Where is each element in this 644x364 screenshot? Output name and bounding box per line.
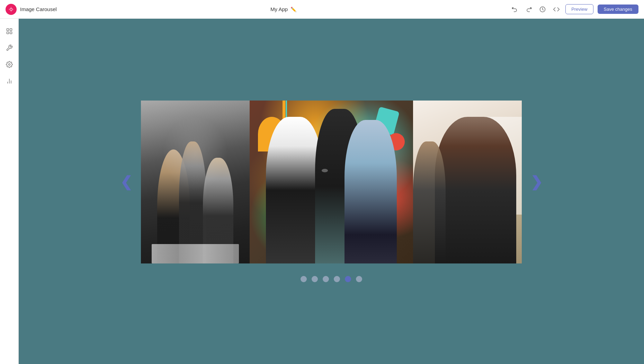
carousel-dot-1[interactable] (312, 276, 318, 282)
main-canvas: ❮ (19, 19, 644, 364)
carousel-image-right-bg (413, 101, 522, 263)
carousel-image-right (413, 101, 522, 263)
carousel-image-left (141, 101, 250, 263)
carousel-dots (301, 276, 362, 282)
carousel-prev-button[interactable]: ❮ (120, 175, 132, 189)
sidebar-item-tools[interactable] (2, 41, 16, 55)
carousel-image-center-bg (250, 101, 413, 263)
edit-app-name-icon[interactable]: ✏️ (290, 7, 296, 12)
carousel-image-strip: ❮ (141, 101, 522, 263)
sidebar-item-dashboard[interactable] (2, 24, 16, 38)
center-person-right (345, 120, 397, 263)
svg-rect-5 (10, 32, 12, 34)
carousel-dot-5[interactable] (356, 276, 362, 282)
undo-button[interactable] (510, 5, 520, 14)
carousel-dot-3[interactable] (334, 276, 340, 282)
carousel-wrapper: ❮ (141, 101, 522, 282)
my-app-label: My App (270, 6, 288, 12)
svg-point-6 (8, 64, 10, 66)
sidebar-item-analytics[interactable] (2, 74, 16, 88)
history-button[interactable] (538, 5, 547, 14)
svg-point-0 (10, 8, 12, 10)
preview-button[interactable]: Preview (565, 4, 593, 14)
svg-rect-4 (7, 32, 9, 34)
carousel-dot-2[interactable] (323, 276, 329, 282)
carousel-image-left-bg (141, 101, 250, 263)
logo-icon (6, 4, 17, 15)
topbar: Image Carousel My App ✏️ Preview Save ch… (0, 0, 644, 19)
carousel-dot-0[interactable] (301, 276, 307, 282)
sidebar-item-settings[interactable] (2, 58, 16, 71)
right-person (435, 117, 517, 263)
carousel-images (141, 101, 522, 263)
logo-area: Image Carousel (6, 4, 57, 15)
save-changes-button[interactable]: Save changes (598, 5, 638, 14)
right-area: Preview Save changes (510, 4, 638, 14)
sidebar (0, 19, 19, 364)
center-person-left (266, 117, 323, 263)
component-title: Image Carousel (20, 6, 57, 12)
carousel-dot-4[interactable] (345, 276, 351, 282)
svg-rect-3 (10, 29, 12, 31)
carousel-image-center (250, 101, 413, 263)
redo-button[interactable] (524, 5, 534, 14)
svg-rect-2 (7, 29, 9, 31)
carousel-next-button[interactable]: ❯ (530, 175, 543, 189)
code-button[interactable] (552, 5, 561, 14)
center-area: My App ✏️ (57, 6, 510, 12)
